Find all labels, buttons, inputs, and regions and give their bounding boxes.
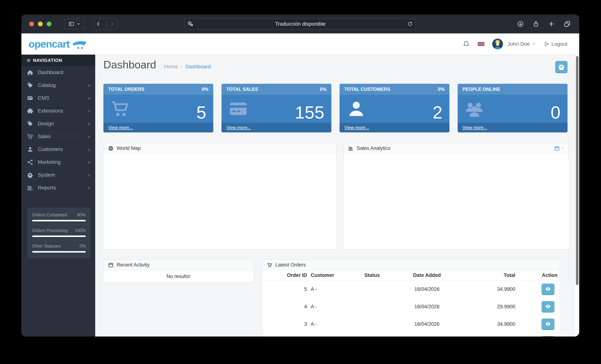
share-button[interactable] [533,21,539,27]
column-header-status: Status [350,272,394,278]
tab-overview-button[interactable] [564,20,571,28]
logout-button[interactable]: Logout [544,41,567,47]
globe-icon [108,146,114,151]
tile-title: PEOPLE ONLINE [462,86,500,92]
translate-button[interactable] [185,21,196,27]
forward-button[interactable] [106,19,117,29]
view-more-link[interactable]: View more... [462,125,487,130]
order-total: 29.9900 [460,304,515,310]
user-menu[interactable]: John Doe [492,39,536,49]
chevron-right-icon: › [88,82,90,88]
sidebar-item-reports[interactable]: Reports › [21,182,95,194]
sidebar-item-sales[interactable]: Sales › [21,130,95,143]
sidebar-toggle-button[interactable] [64,19,85,29]
page-scrollbar[interactable] [575,55,579,336]
tile-value: 5 [196,103,206,122]
view-more-link[interactable]: View more... [226,125,251,130]
tile-total-orders: TOTAL ORDERS 0% 5 View more... [103,84,213,132]
calendar-icon [108,262,114,268]
sales-analytics-panel: Sales Analytics [343,143,569,249]
stat-label: Orders Completed [32,212,67,218]
sidebar-item-design[interactable]: Design › [21,117,95,130]
column-header-date-added: Date Added [394,272,460,278]
sidebar-item-label: CMS [38,95,49,101]
order-date-added: 16/04/2026 [394,321,460,327]
notifications-bell-icon[interactable] [462,40,470,48]
column-header-total: Total [460,272,515,278]
sidebar-item-marketing[interactable]: Marketing › [21,156,95,169]
navigation-header: ≡ NAVIGATION [21,55,95,66]
person-icon [346,99,366,119]
minimize-window-button[interactable] [38,21,43,26]
back-button[interactable] [93,19,104,29]
shopping-cart-icon [267,262,272,268]
app-header: opencart John Doe Logout [21,33,579,55]
page-header: Dashboard Home › Dashboard [103,58,211,71]
avatar [492,39,503,49]
chevron-right-icon: › [88,133,90,140]
progress-bar [32,236,86,237]
panel-title: Sales Analytics [357,145,391,151]
opencart-logo[interactable]: opencart [29,39,88,49]
credit-card-icon [228,99,248,119]
dashboard-settings-button[interactable] [555,61,568,73]
stat-other-statuses: Other Statuses 0% [32,240,86,256]
view-order-button[interactable] [541,301,554,313]
order-id: 4 [262,304,307,310]
close-window-button[interactable] [29,21,34,26]
bar-chart-icon [27,185,33,191]
order-date-added: 16/04/2026 [394,286,460,292]
new-tab-button[interactable] [548,21,555,27]
chevron-down-icon [76,22,80,26]
bar-chart-icon [348,146,354,151]
view-more-link[interactable]: View more... [344,125,369,130]
language-flag-icon[interactable] [478,42,484,46]
view-order-button[interactable] [541,318,554,330]
stat-value: 0% [80,244,86,249]
panel-title: World Map [117,145,141,151]
order-id: 3 [262,321,307,327]
sidebar-item-extensions[interactable]: Extensions › [21,105,95,117]
stat-orders-processing: Orders Processing 100% [32,225,86,240]
user-icon [27,146,33,153]
sidebar-item-label: Extensions [38,108,63,114]
sidebar-item-catalog[interactable]: Catalog › [21,79,95,92]
column-header-order-id: Order ID [262,272,307,278]
tile-people-online: PEOPLE ONLINE 0 View more... [458,84,568,132]
view-order-button[interactable] [541,336,554,337]
app-body: ≡ NAVIGATION Dashboard Catalog › CMS › [21,55,579,336]
reload-icon [408,21,413,27]
zoom-window-button[interactable] [47,21,51,26]
panel-title: Latest Orders [275,262,306,268]
sidebar-item-label: Design [38,121,54,127]
tile-percent: 0% [320,86,327,92]
sidebar-item-label: System [38,172,55,178]
world-map-panel: World Map [103,143,336,249]
gear-icon [558,63,565,70]
sidebar-item-cms[interactable]: CMS › [21,92,95,105]
view-more-link[interactable]: View more... [108,125,133,130]
screen: Traducción disponible opencart [0,0,601,364]
address-bar[interactable]: Traducción disponible [185,19,416,29]
breadcrumb-home[interactable]: Home [164,64,178,70]
sidebar-item-system[interactable]: System › [21,169,95,182]
stat-label: Other Statuses [32,244,61,249]
breadcrumb-separator-icon: › [181,64,182,69]
sidebar-item-dashboard[interactable]: Dashboard [21,66,95,79]
caret-down-icon [561,147,564,150]
scrollbar-thumb[interactable] [576,56,579,285]
home-icon [27,69,33,76]
order-date-added: 16/04/2026 [394,304,460,310]
tile-percent: 0% [202,86,209,92]
breadcrumb-dashboard[interactable]: Dashboard [185,64,211,70]
date-range-button[interactable] [554,146,564,151]
breadcrumb: Home › Dashboard [164,64,211,70]
view-order-button[interactable] [541,284,554,295]
tile-total-sales: TOTAL SALES 0% 155 View more... [221,84,331,132]
eye-icon [545,321,551,327]
sidebar-item-customers[interactable]: Customers › [21,143,95,156]
downloads-button[interactable] [517,21,524,27]
reload-button[interactable] [405,21,416,27]
logout-label: Logout [551,41,567,47]
sidebar-item-label: Marketing [38,159,61,165]
